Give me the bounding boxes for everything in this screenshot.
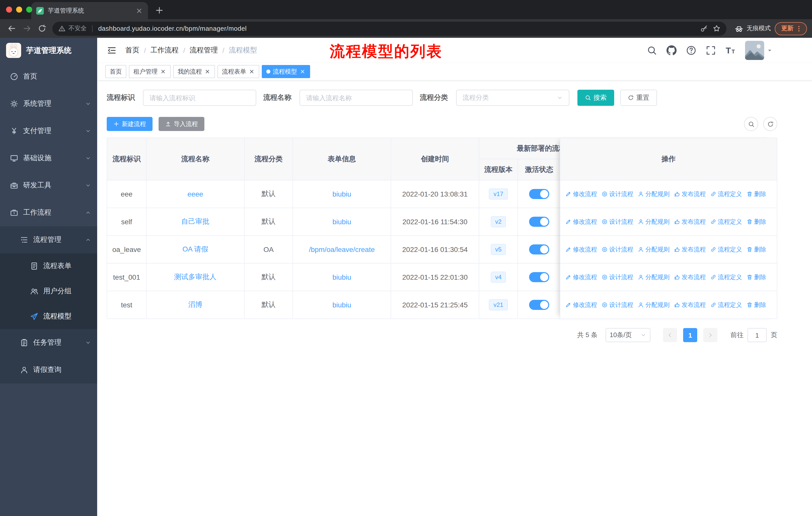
process-name-link[interactable]: 测试多审批人 <box>174 273 216 282</box>
definition-process-action[interactable]: 流程定义 <box>710 217 742 226</box>
star-icon[interactable] <box>713 25 720 32</box>
process-name-link[interactable]: OA 请假 <box>182 245 208 254</box>
search-tool-button[interactable] <box>744 117 758 131</box>
assign-process-action[interactable]: 分配规则 <box>638 217 670 226</box>
page-button-1[interactable]: 1 <box>683 328 697 342</box>
active-toggle[interactable] <box>529 300 549 310</box>
refresh-tool-button[interactable] <box>763 117 777 131</box>
publish-process-action[interactable]: 发布流程 <box>674 273 706 281</box>
edit-process-action[interactable]: 修改流程 <box>565 190 597 198</box>
category-select[interactable]: 流程分类 <box>456 90 569 106</box>
form-info-link[interactable]: biubiu <box>332 218 351 226</box>
assign-process-action[interactable]: 分配规则 <box>638 273 670 281</box>
tag-process-model[interactable]: 流程模型 <box>262 65 310 78</box>
active-toggle[interactable] <box>529 189 549 199</box>
form-info-link[interactable]: /bpm/oa/leave/create <box>309 245 375 253</box>
definition-process-action[interactable]: 流程定义 <box>710 301 742 309</box>
sidebar-logo[interactable]: 芋道管理系统 <box>0 38 97 63</box>
search-button[interactable]: 搜索 <box>577 90 614 106</box>
breadcrumb-item[interactable]: 流程管理 <box>190 46 218 55</box>
close-icon[interactable] <box>299 69 306 75</box>
sidebar-item-dev-tools[interactable]: 研发工具 <box>0 172 97 199</box>
minimize-window-button[interactable] <box>16 6 22 12</box>
publish-process-action[interactable]: 发布流程 <box>674 245 706 254</box>
sidebar-fold-button[interactable] <box>107 46 116 55</box>
forward-button[interactable] <box>20 22 33 35</box>
sidebar-item-process-management[interactable]: 流程管理 <box>0 226 97 253</box>
fontsize-icon[interactable]: TT <box>725 45 735 55</box>
close-window-button[interactable] <box>6 6 12 12</box>
browser-menu-icon[interactable] <box>795 25 803 32</box>
reload-button[interactable] <box>35 22 48 35</box>
form-info-link[interactable]: biubiu <box>332 273 351 281</box>
next-page-button[interactable] <box>703 328 717 342</box>
fullscreen-icon[interactable] <box>706 45 716 55</box>
delete-process-action[interactable]: 删除 <box>747 245 766 254</box>
close-icon[interactable] <box>160 69 166 75</box>
question-icon[interactable] <box>686 45 696 55</box>
prev-page-button[interactable] <box>663 328 677 342</box>
new-tab-button[interactable] <box>155 6 164 15</box>
delete-process-action[interactable]: 删除 <box>747 217 766 226</box>
browser-tab[interactable]: 芋道管理系统 <box>31 2 148 19</box>
sidebar-item-leave-query[interactable]: 请假查询 <box>0 356 97 383</box>
url-text[interactable]: dashboard.yudao.iocoder.cn/bpm/manager/m… <box>98 25 247 32</box>
page-size-select[interactable]: 10条/页 <box>606 328 650 342</box>
edit-process-action[interactable]: 修改流程 <box>565 217 597 226</box>
delete-process-action[interactable]: 删除 <box>747 190 766 198</box>
goto-page-input[interactable] <box>748 328 767 342</box>
design-process-action[interactable]: 设计流程 <box>602 190 633 198</box>
design-process-action[interactable]: 设计流程 <box>602 301 633 309</box>
create-process-button[interactable]: 新建流程 <box>107 117 152 131</box>
design-process-action[interactable]: 设计流程 <box>602 273 633 281</box>
browser-update-button[interactable]: 更新 <box>775 22 807 35</box>
publish-process-action[interactable]: 发布流程 <box>674 301 706 309</box>
definition-process-action[interactable]: 流程定义 <box>710 273 742 281</box>
sidebar-item-workflow[interactable]: 工作流程 <box>0 199 97 226</box>
process-key-input[interactable] <box>143 90 256 106</box>
delete-process-action[interactable]: 删除 <box>747 301 766 309</box>
sidebar-item-payment-management[interactable]: 支付管理 <box>0 117 97 145</box>
tag-process-form[interactable]: 流程表单 <box>218 65 259 78</box>
github-icon[interactable] <box>667 45 676 55</box>
sidebar-item-system-management[interactable]: 系统管理 <box>0 90 97 117</box>
delete-process-action[interactable]: 删除 <box>747 273 766 281</box>
sidebar-item-process-form[interactable]: 流程表单 <box>0 253 97 279</box>
address-bar[interactable]: 不安全 dashboard.yudao.iocoder.cn/bpm/manag… <box>52 21 726 35</box>
sidebar-item-process-model[interactable]: 流程模型 <box>0 304 97 329</box>
search-icon[interactable] <box>647 45 657 55</box>
close-icon[interactable] <box>204 69 210 75</box>
assign-process-action[interactable]: 分配规则 <box>638 245 670 254</box>
design-process-action[interactable]: 设计流程 <box>602 245 633 254</box>
edit-process-action[interactable]: 修改流程 <box>565 301 597 309</box>
process-name-input[interactable] <box>299 90 413 106</box>
publish-process-action[interactable]: 发布流程 <box>674 190 706 198</box>
import-process-button[interactable]: 导入流程 <box>158 117 204 131</box>
sidebar-item-user-group[interactable]: 用户分组 <box>0 279 97 304</box>
sidebar-item-task-management[interactable]: 任务管理 <box>0 329 97 356</box>
close-icon[interactable] <box>249 69 255 75</box>
form-info-link[interactable]: biubiu <box>332 301 351 309</box>
tag-my-process[interactable]: 我的流程 <box>173 65 215 78</box>
security-warning-icon[interactable] <box>58 25 65 32</box>
assign-process-action[interactable]: 分配规则 <box>638 190 670 198</box>
edit-process-action[interactable]: 修改流程 <box>565 273 597 281</box>
tab-close-icon[interactable] <box>136 7 143 15</box>
process-name-link[interactable]: 滔博 <box>188 300 202 309</box>
process-name-link[interactable]: eeee <box>187 190 203 198</box>
user-menu[interactable] <box>745 41 773 60</box>
assign-process-action[interactable]: 分配规则 <box>638 301 670 309</box>
tag-home[interactable]: 首页 <box>105 65 126 78</box>
sidebar-item-home[interactable]: 首页 <box>0 63 97 90</box>
sidebar-item-infrastructure[interactable]: 基础设施 <box>0 145 97 172</box>
definition-process-action[interactable]: 流程定义 <box>710 190 742 198</box>
reset-button[interactable]: 重置 <box>620 90 657 106</box>
breadcrumb-item[interactable]: 首页 <box>125 46 140 55</box>
process-name-link[interactable]: 自己审批 <box>181 217 209 226</box>
definition-process-action[interactable]: 流程定义 <box>710 245 742 254</box>
form-info-link[interactable]: biubiu <box>332 190 351 198</box>
breadcrumb-item[interactable]: 工作流程 <box>150 46 179 55</box>
active-toggle[interactable] <box>529 217 549 227</box>
key-icon[interactable] <box>700 25 708 32</box>
active-toggle[interactable] <box>529 272 549 282</box>
